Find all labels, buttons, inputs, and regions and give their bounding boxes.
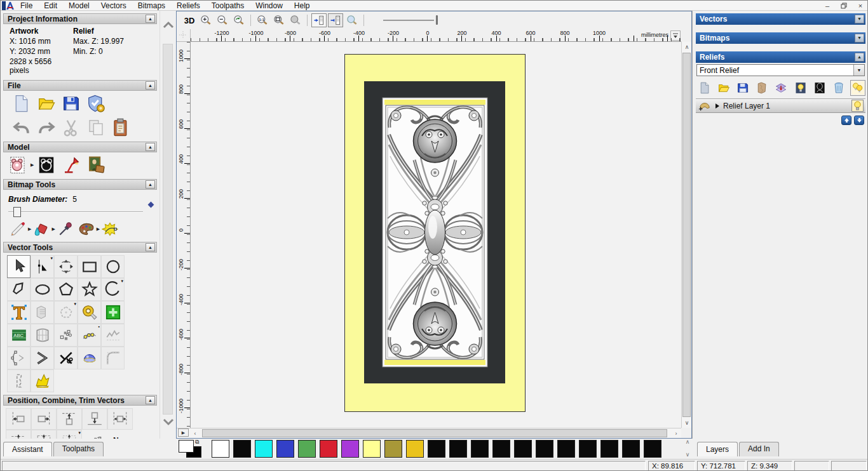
file-section-header[interactable]: File▲	[3, 80, 157, 91]
palette-swatch[interactable]	[384, 440, 402, 458]
scroll-down-icon[interactable]: ∨	[682, 418, 692, 428]
tab-assistant[interactable]: Assistant	[3, 442, 52, 456]
lighting-material-icon[interactable]	[62, 156, 81, 175]
show-all-layers-icon[interactable]	[851, 81, 864, 95]
bitmap-tools-header[interactable]: Bitmap Tools▲	[3, 179, 157, 190]
flyout-arrow-icon[interactable]: ▶	[28, 227, 31, 232]
model-properties-icon[interactable]	[86, 94, 105, 113]
center-horizontal-button[interactable]	[107, 408, 133, 430]
scrollbar-track[interactable]	[163, 44, 173, 415]
zoom-object-icon[interactable]	[344, 13, 360, 27]
copy-icon[interactable]	[86, 118, 105, 137]
palette-swatch[interactable]	[363, 440, 381, 458]
collapse-icon[interactable]: ▲	[146, 15, 155, 23]
palette-swatch[interactable]	[471, 440, 489, 458]
create-ellipse-button[interactable]	[31, 278, 54, 301]
brush-diameter-slider[interactable]	[8, 206, 143, 218]
vectors-section-header[interactable]: Vectors▼	[696, 13, 865, 25]
slider-handle[interactable]	[13, 207, 21, 217]
palette-swatch[interactable]	[557, 440, 575, 458]
palette-swatch[interactable]	[341, 440, 359, 458]
project-information-header[interactable]: Project Information▲	[3, 13, 157, 24]
toggle-left-pane-icon[interactable]	[311, 13, 327, 27]
greyscale-preview-icon[interactable]	[813, 81, 826, 95]
expand-icon[interactable]: ▼	[855, 15, 864, 23]
palette-swatch[interactable]	[320, 440, 337, 458]
restore-icon[interactable]	[836, 1, 852, 10]
create-polygon-button[interactable]	[54, 278, 78, 301]
wrap-vectors-button[interactable]	[31, 369, 54, 392]
scroll-up-icon[interactable]: ∧	[682, 42, 692, 52]
chevron-down-icon[interactable]: ▼	[853, 65, 864, 76]
palette-swatch[interactable]	[600, 440, 618, 458]
cut-icon[interactable]	[62, 118, 81, 137]
canvas-vertical-scrollbar[interactable]: ∧ ∨	[681, 42, 691, 428]
menu-toolpaths[interactable]: Toolpaths	[206, 1, 250, 10]
zoom-out-icon[interactable]	[215, 13, 230, 27]
palette-swatch[interactable]	[644, 440, 661, 458]
create-bevel-button[interactable]	[31, 347, 54, 369]
canvas-viewport[interactable]	[191, 42, 681, 428]
vector-tools-header[interactable]: Vector Tools▲	[3, 242, 157, 253]
minimize-icon[interactable]: –	[819, 1, 836, 10]
toggle-layer-visibility-icon[interactable]	[794, 81, 807, 95]
palette-swatch[interactable]	[406, 440, 424, 458]
align-bottom-button[interactable]	[82, 408, 107, 430]
create-text-button[interactable]	[7, 301, 31, 324]
wrap-text-button[interactable]	[31, 301, 54, 324]
layer-name[interactable]: Relief Layer 1	[723, 102, 848, 110]
palette-swatch[interactable]	[449, 440, 467, 458]
colour-palette-icon[interactable]	[78, 221, 95, 237]
menu-bitmaps[interactable]: Bitmaps	[132, 1, 171, 10]
flood-fill-icon[interactable]	[33, 221, 50, 237]
paste-along-curve-button[interactable]: ▪	[78, 324, 101, 347]
menu-reliefs[interactable]: Reliefs	[171, 1, 206, 10]
palette-swatch[interactable]	[255, 440, 273, 458]
bitmap-to-vector-icon[interactable]	[102, 221, 118, 237]
palette-swatch[interactable]	[492, 440, 510, 458]
scroll-up-icon[interactable]: ∧	[686, 439, 690, 445]
zoom-selected-icon[interactable]	[288, 13, 303, 27]
center-in-model-button[interactable]	[31, 430, 57, 439]
scroll-up-icon[interactable]	[162, 20, 175, 30]
open-model-icon[interactable]	[37, 94, 56, 113]
collapse-icon[interactable]: ▲	[855, 53, 864, 62]
relief-selector[interactable]: Front Relief ▼	[696, 64, 865, 76]
select-vectors-button[interactable]	[7, 255, 31, 278]
reliefs-section-header[interactable]: Reliefs▲	[696, 51, 865, 63]
measure-button[interactable]	[78, 301, 101, 324]
mirror-profile-button[interactable]	[7, 369, 31, 392]
scroll-right-icon[interactable]: ›	[671, 428, 681, 439]
menu-vectors[interactable]: Vectors	[95, 1, 132, 10]
menu-window[interactable]: Window	[250, 1, 288, 10]
scroll-down-icon[interactable]	[162, 417, 175, 427]
paste-icon[interactable]	[111, 118, 130, 137]
scroll-down-icon[interactable]: ∨	[686, 451, 690, 458]
zoom-previous-icon[interactable]	[231, 13, 247, 27]
palette-swatch[interactable]	[276, 440, 294, 458]
save-relief-icon[interactable]	[736, 81, 749, 95]
fit-arcs-button[interactable]	[7, 347, 31, 369]
n-slider[interactable]	[383, 14, 440, 27]
colour-picker-icon[interactable]	[57, 221, 74, 237]
free-form-button[interactable]	[101, 324, 125, 347]
open-relief-icon[interactable]	[717, 81, 730, 95]
slider-track[interactable]	[383, 20, 434, 21]
tab-add-in[interactable]: Add In	[739, 442, 779, 456]
palette-swatch[interactable]	[579, 440, 597, 458]
palette-swatch[interactable]	[298, 440, 316, 458]
nesting-button[interactable]: Nes	[107, 430, 133, 439]
toggle-right-pane-icon[interactable]	[328, 13, 343, 27]
create-rectangle-button[interactable]	[78, 255, 101, 278]
expand-layer-icon[interactable]	[715, 103, 720, 109]
center-in-page-button[interactable]	[6, 430, 31, 439]
transfer-relief-icon[interactable]	[775, 81, 787, 95]
create-star-button[interactable]	[78, 278, 101, 301]
offset-vector-button[interactable]: ▾	[54, 301, 78, 324]
create-circle-button[interactable]	[101, 255, 125, 278]
primary-secondary-colours[interactable]: ⧉	[177, 440, 207, 458]
palette-swatch[interactable]	[622, 440, 640, 458]
scrollbar-thumb[interactable]	[202, 429, 667, 437]
transform-vectors-button[interactable]	[54, 255, 78, 278]
zoom-fit-icon[interactable]	[271, 13, 287, 27]
